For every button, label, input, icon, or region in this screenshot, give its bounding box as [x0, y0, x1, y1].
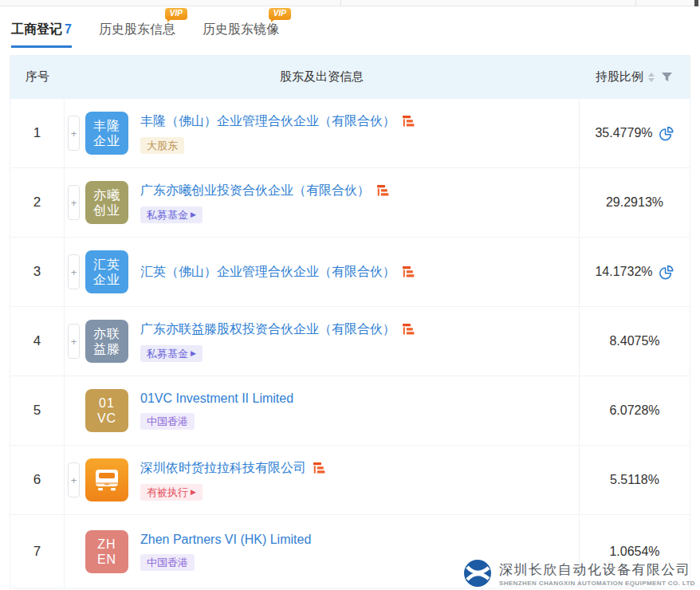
logo-text: 益滕 — [93, 341, 120, 356]
plus-icon: + — [71, 266, 77, 278]
tab-history-shareholders[interactable]: VIP 历史股东信息 — [99, 22, 175, 45]
company-name-link[interactable]: 丰隆（佛山）企业管理合伙企业（有限合伙） — [140, 113, 395, 130]
table-row: 5 01 VC 01VC I — [10, 376, 690, 446]
equity-structure-icon[interactable] — [403, 116, 415, 127]
company-logo[interactable]: 丰隆 企业 — [85, 112, 128, 155]
equity-structure-icon[interactable] — [403, 324, 415, 335]
pie-chart-icon[interactable] — [659, 265, 674, 280]
company-name-link[interactable]: 广东亦曦创业投资合伙企业（有限合伙） — [140, 183, 370, 199]
tag-label: 中国香港 — [147, 415, 188, 427]
logo-text: 亦曦 — [93, 187, 120, 203]
filter-icon[interactable] — [661, 72, 673, 83]
row-index: 2 — [33, 195, 41, 210]
table-row: 3 + 汇英 企业 汇英（佛山 — [10, 238, 690, 307]
header-shareholder-info: 股东及出资信息 — [65, 69, 579, 85]
company-name-link[interactable]: 汇英（佛山）企业管理合伙企业（有限合伙） — [140, 264, 395, 281]
table-body: 1 + 丰隆 企业 丰隆（佛山 — [10, 99, 690, 588]
tag-label: 私募基金 — [147, 348, 188, 360]
company-logo[interactable]: 亦曦 创业 — [85, 181, 128, 224]
logo-text: 企业 — [93, 133, 120, 148]
company-logo[interactable]: 01 VC — [85, 389, 128, 432]
row-index: 7 — [33, 544, 41, 560]
company-tag: 大股东 — [140, 137, 184, 154]
company-tag[interactable]: 私募基金 ▶ — [140, 206, 203, 223]
company-tag[interactable]: 私募基金 ▶ — [140, 345, 203, 362]
expand-button[interactable]: + — [68, 254, 80, 289]
company-logo[interactable]: ZH EN — [85, 530, 128, 573]
watermark-company-name: 深圳长欣自动化设备有限公司 — [499, 560, 695, 579]
table-row: 1 + 丰隆 企业 丰隆（佛山 — [10, 99, 690, 168]
tab-label: 历史股东信息 — [99, 22, 175, 36]
table-row: 6 + 深圳依时货拉拉科技 — [10, 446, 690, 515]
header-ratio-label: 持股比例 — [596, 69, 643, 85]
truck-icon — [91, 464, 123, 496]
vip-badge: VIP — [269, 8, 291, 20]
plus-icon: + — [71, 474, 77, 486]
shareholders-page: 工商登记7 VIP 历史股东信息 VIP 历史股东镜像 序号 股东及出资信息 持… — [0, 0, 700, 590]
table-row: 4 + 亦联 益滕 广东亦联益 — [10, 307, 690, 376]
company-logo[interactable]: 汇英 企业 — [85, 250, 128, 293]
tag-label: 私募基金 — [147, 209, 188, 221]
company-tag: 中国香港 — [140, 554, 195, 571]
watermark-company-name-en: SHENZHEN CHANGXIN AUTOMATION EQUIPMENT C… — [499, 580, 695, 587]
logo-text: 汇英 — [93, 257, 120, 272]
top-strip — [0, 0, 700, 6]
row-index: 1 — [33, 125, 41, 141]
table-header: 序号 股东及出资信息 持股比例 — [10, 55, 690, 99]
top-strip-divider — [340, 0, 341, 6]
header-shareholding-ratio: 持股比例 — [579, 69, 690, 85]
tag-label: 大股东 — [147, 140, 178, 151]
watermark: 深圳长欣自动化设备有限公司 SHENZHEN CHANGXIN AUTOMATI… — [462, 557, 695, 589]
logo-text: 亦联 — [93, 326, 120, 341]
expand-button[interactable]: + — [68, 185, 80, 220]
ratio-value: 8.4075% — [609, 334, 659, 348]
tab-label: 历史股东镜像 — [203, 22, 279, 36]
expand-button[interactable]: + — [68, 324, 80, 359]
tab-business-registration[interactable]: 工商登记7 — [11, 22, 72, 48]
tag-arrow-icon: ▶ — [191, 348, 196, 360]
ratio-value: 29.2913% — [606, 195, 663, 210]
logo-text: ZH — [97, 537, 116, 552]
tab-history-shareholder-mirror[interactable]: VIP 历史股东镜像 — [203, 22, 279, 45]
tab-label: 工商登记 — [11, 22, 62, 36]
company-name-link[interactable]: 广东亦联益滕股权投资合伙企业（有限合伙） — [140, 321, 395, 338]
ratio-value: 6.0728% — [609, 403, 659, 418]
company-name-link[interactable]: 深圳依时货拉拉科技有限公司 — [140, 460, 306, 477]
company-tag[interactable]: 有被执行 ▶ — [140, 484, 203, 501]
company-logo[interactable]: 亦联 益滕 — [85, 320, 128, 363]
tag-label: 中国香港 — [147, 557, 188, 568]
top-strip-divider — [635, 0, 636, 6]
pie-chart-icon[interactable] — [659, 126, 674, 141]
row-index: 3 — [33, 264, 41, 280]
company-logo[interactable] — [85, 458, 128, 502]
row-index: 5 — [33, 403, 41, 419]
sort-control[interactable] — [648, 73, 655, 82]
ratio-value: 35.4779% — [595, 126, 652, 140]
plus-icon: + — [71, 336, 77, 348]
logo-text: 丰隆 — [93, 118, 120, 133]
scrollbar-thumb[interactable] — [694, 0, 698, 6]
sort-desc-icon[interactable] — [648, 78, 655, 82]
table-row: 2 + 亦曦 创业 广东亦曦创 — [10, 168, 690, 238]
logo-text: 企业 — [93, 272, 120, 287]
ratio-value: 1.0654% — [609, 545, 659, 559]
expand-button[interactable]: + — [68, 116, 80, 151]
ratio-value: 14.1732% — [595, 265, 652, 279]
company-tag: 中国香港 — [140, 413, 195, 430]
plus-icon: + — [71, 128, 77, 140]
tag-label: 有被执行 — [147, 486, 188, 498]
sort-asc-icon[interactable] — [648, 73, 655, 77]
company-name-link[interactable]: 01VC Investment II Limited — [140, 391, 293, 406]
expand-button[interactable]: + — [68, 462, 80, 498]
watermark-logo-icon — [462, 557, 494, 589]
equity-structure-icon[interactable] — [377, 185, 389, 196]
row-index: 4 — [33, 333, 41, 349]
logo-text: EN — [97, 552, 116, 567]
header-index: 序号 — [10, 69, 65, 85]
company-name-link[interactable]: Zhen Partners VI (HK) Limited — [140, 533, 311, 547]
tab-count-badge: 7 — [65, 22, 72, 36]
equity-structure-icon[interactable] — [313, 462, 325, 474]
row-index: 6 — [33, 472, 41, 488]
equity-structure-icon[interactable] — [403, 266, 415, 277]
plus-icon: + — [71, 197, 77, 209]
